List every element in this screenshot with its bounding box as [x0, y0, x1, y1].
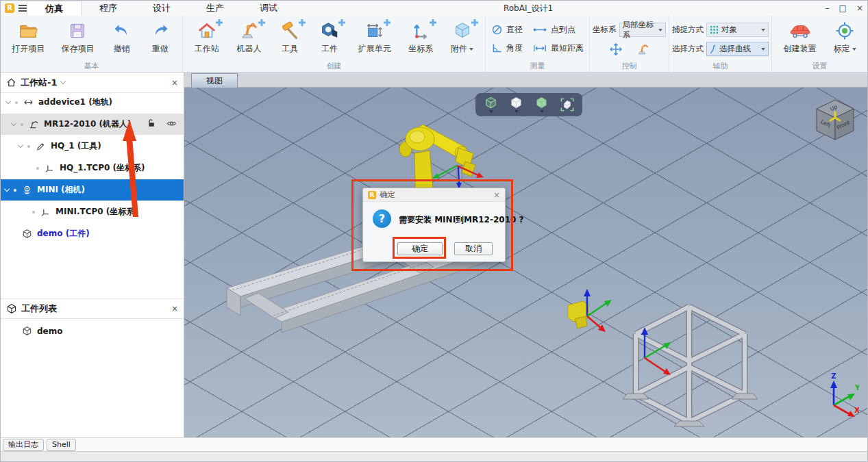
shaded-view-button[interactable] [506, 95, 528, 114]
question-icon: ? [373, 209, 391, 228]
coord-label: 坐标系 [593, 25, 617, 35]
confirm-dialog: R 确定 × ? 需要安装 MINI到MR12-2010 ? 确定 取消 [362, 188, 506, 262]
snap-mode-select[interactable]: 对象 [706, 23, 769, 37]
tree-item-mr12-2010[interactable]: MR12-2010 (机器人) [1, 114, 184, 135]
green-cube-icon [535, 97, 548, 110]
workpiece-button[interactable]: 工件 [316, 18, 343, 56]
tool-button[interactable]: 工具 [276, 18, 303, 56]
plus-icon [216, 18, 223, 28]
chevron-down-icon[interactable] [5, 99, 11, 104]
workstation-button[interactable]: 工作站 [192, 18, 222, 56]
dropdown-caret-icon [658, 29, 662, 31]
close-panel-icon[interactable]: × [171, 78, 178, 88]
dialog-cancel-button[interactable]: 取消 [454, 242, 493, 255]
white-cube-icon [510, 97, 523, 110]
move-control-button[interactable] [607, 42, 625, 57]
tab-program[interactable]: 程序 [82, 1, 135, 16]
tab-debug[interactable]: 调试 [242, 1, 295, 16]
dropdown-caret-icon[interactable] [852, 48, 856, 51]
dialog-logo-icon: R [368, 191, 376, 199]
solid-view-button[interactable] [531, 95, 553, 114]
robot-button[interactable]: 机器人 [234, 18, 264, 56]
worklist-item-demo[interactable]: demo [1, 320, 184, 342]
open-project-button[interactable]: 打开项目 [9, 18, 47, 56]
close-button[interactable]: × [856, 3, 863, 13]
ribbon-group-basic: 打开项目 保存项目 撤销 重做 基本 [1, 16, 183, 72]
tree-item-hq1-tcp0[interactable]: HQ_1.TCP0 (坐标系) [1, 157, 184, 179]
cube-icon [6, 303, 17, 314]
calibrate-button[interactable]: 标定 [831, 18, 859, 56]
scene-3d[interactable]: Up Left Front Z Y X [184, 88, 868, 437]
y-axis-label: Y [854, 384, 859, 392]
eye-icon[interactable] [166, 118, 177, 131]
app-logo-icon[interactable]: R [5, 3, 14, 13]
dropdown-caret-icon [761, 48, 765, 51]
robot-icon [28, 119, 39, 130]
camera-part-model[interactable] [568, 301, 588, 329]
home-icon [6, 77, 16, 88]
point-to-point-button[interactable]: 点到点 [532, 24, 584, 36]
ribbon-group-control: 坐标系 局部坐标系 控制 [590, 16, 669, 72]
move-cross-icon [609, 42, 623, 56]
lock-icon[interactable] [146, 118, 156, 131]
group-label-create: 创建 [183, 61, 485, 71]
coord-select[interactable]: 局部坐标系 [619, 23, 667, 37]
frame-structure-model[interactable] [623, 307, 758, 426]
dropdown-caret-icon[interactable] [469, 48, 473, 51]
cube-icon [21, 229, 32, 240]
ribbon-group-create: 工作站 机器人 工具 工件 [183, 16, 486, 72]
shortest-distance-button[interactable]: 最短距离 [532, 42, 584, 54]
undo-icon [111, 20, 133, 42]
worklist-panel-header: 工件列表 × [1, 298, 184, 319]
cube-icon [21, 326, 32, 337]
coordinate-system-button[interactable]: 坐标系 [406, 18, 436, 56]
angle-button[interactable]: 角度 [491, 42, 523, 54]
shell-tab[interactable]: Shell [47, 439, 76, 451]
snap-grid-icon [710, 25, 719, 34]
plus-icon [430, 18, 436, 28]
dialog-title-bar[interactable]: R 确定 × [363, 188, 505, 202]
angle-icon [491, 42, 503, 54]
create-device-button[interactable]: 创建装置 [781, 18, 819, 56]
select-mode-select[interactable]: 选择曲线 [706, 42, 769, 56]
tree-item-demo-workpiece[interactable]: demo (工件) [1, 223, 184, 244]
folder-icon [17, 20, 39, 42]
tab-simulation[interactable]: 仿真 [27, 1, 82, 16]
wireframe-view-button[interactable] [480, 95, 502, 114]
title-bar: R 仿真 程序 设计 生产 调试 RobAI_设计1 – □ × [1, 1, 867, 16]
diameter-button[interactable]: 直径 [491, 24, 523, 36]
tab-design[interactable]: 设计 [135, 1, 188, 16]
output-log-tab[interactable]: 输出日志 [3, 439, 44, 451]
minimize-button[interactable]: – [826, 3, 830, 13]
fit-view-button[interactable] [556, 95, 578, 114]
tree-item-mini[interactable]: MINI (相机) [1, 179, 184, 201]
tab-production[interactable]: 生产 [188, 1, 242, 16]
station-panel-header: 工作站-1 × [1, 73, 184, 93]
robot-control-button[interactable] [634, 42, 652, 57]
fit-cube-icon [560, 98, 574, 112]
attachment-button[interactable]: 附件 [448, 18, 476, 56]
undo-button[interactable]: 撤销 [108, 18, 136, 56]
tree-item-addevice1[interactable]: addevice1 (地轨) [1, 92, 184, 113]
dialog-close-icon[interactable]: × [493, 190, 500, 200]
cube-icon [451, 20, 473, 42]
view-cube[interactable]: Up Left Front [813, 96, 856, 145]
dialog-ok-button[interactable]: 确定 [397, 242, 443, 255]
plus-icon [338, 18, 345, 28]
robot-arm-icon [238, 20, 260, 42]
chevron-down-icon[interactable] [18, 142, 23, 148]
extension-unit-button[interactable]: 扩展单元 [356, 18, 394, 56]
chevron-down-icon[interactable] [11, 120, 16, 126]
tree-item-hq1[interactable]: HQ_1 (工具) [1, 136, 184, 157]
save-project-button[interactable]: 保存项目 [58, 18, 97, 56]
chevron-down-icon[interactable] [4, 186, 10, 192]
chevron-down-icon[interactable] [60, 79, 66, 84]
view-tab[interactable]: 视图 [191, 73, 238, 88]
group-label-measure: 测量 [486, 61, 589, 71]
snap-mode-label: 捕捉方式 [672, 25, 704, 35]
maximize-button[interactable]: □ [839, 3, 847, 13]
close-panel-icon[interactable]: × [171, 304, 178, 313]
pen-tool-icon [35, 141, 46, 152]
tree-item-mini-tcp0[interactable]: MINI.TCP0 (坐标系) [1, 201, 184, 222]
redo-button[interactable]: 重做 [147, 18, 174, 56]
